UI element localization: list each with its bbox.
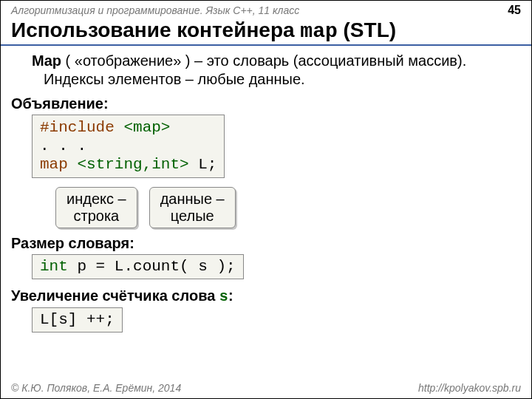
size-code: int p = L.count( s ); bbox=[32, 254, 244, 279]
title-suffix: (STL) bbox=[338, 18, 396, 41]
size-code-kw: int bbox=[40, 258, 68, 275]
callout-data: данные – целые bbox=[149, 187, 236, 228]
increment-label: Увеличение счётчика слова s: bbox=[11, 287, 521, 306]
code-map-types: <string,int> bbox=[77, 156, 188, 173]
type-callouts: индекс – строка данные – целые bbox=[55, 187, 521, 228]
size-code-rest: p = L.count( s ); bbox=[68, 258, 236, 275]
slide-footer: © К.Ю. Поляков, Е.А. Ерёмин, 2014 http:/… bbox=[1, 382, 531, 394]
callout-index: индекс – строка bbox=[55, 187, 137, 228]
title-mono: map bbox=[300, 20, 337, 43]
callout-index-text: индекс – строка bbox=[66, 191, 126, 224]
slide-content: Map ( «отображение» ) – это словарь (асс… bbox=[1, 52, 531, 335]
intro-bold: Map bbox=[32, 52, 61, 69]
footer-url: http://kpolyakov.spb.ru bbox=[418, 382, 521, 394]
callout-data-text: данные – целые bbox=[160, 191, 225, 224]
increment-label-s: s bbox=[219, 288, 228, 305]
slide-title: Использование контейнера map (STL) bbox=[1, 17, 531, 46]
code-include-kw: #include bbox=[40, 119, 123, 136]
code-map-kw: map bbox=[40, 156, 77, 173]
page-number: 45 bbox=[508, 4, 521, 17]
intro-text: ( «отображение» ) – это словарь (ассоциа… bbox=[44, 52, 466, 87]
increment-label-a: Увеличение счётчика слова bbox=[11, 287, 219, 304]
intro-paragraph: Map ( «отображение» ) – это словарь (асс… bbox=[23, 52, 521, 89]
increment-label-b: : bbox=[228, 287, 233, 304]
copyright: © К.Ю. Поляков, Е.А. Ерёмин, 2014 bbox=[11, 382, 181, 394]
declaration-label: Объявление: bbox=[11, 95, 521, 113]
increment-code: L[s] ++; bbox=[32, 307, 123, 332]
course-label: Алгоритмизация и программирование. Язык … bbox=[11, 4, 299, 16]
slide-header: Алгоритмизация и программирование. Язык … bbox=[1, 1, 531, 17]
declaration-code: #include <map> . . . map <string,int> L; bbox=[32, 115, 225, 178]
title-prefix: Использование контейнера bbox=[11, 18, 300, 41]
size-label: Размер словаря: bbox=[11, 234, 521, 253]
code-ellipsis: . . . bbox=[40, 137, 86, 154]
code-include-header: <map> bbox=[123, 119, 170, 136]
code-map-var: L; bbox=[189, 156, 217, 173]
